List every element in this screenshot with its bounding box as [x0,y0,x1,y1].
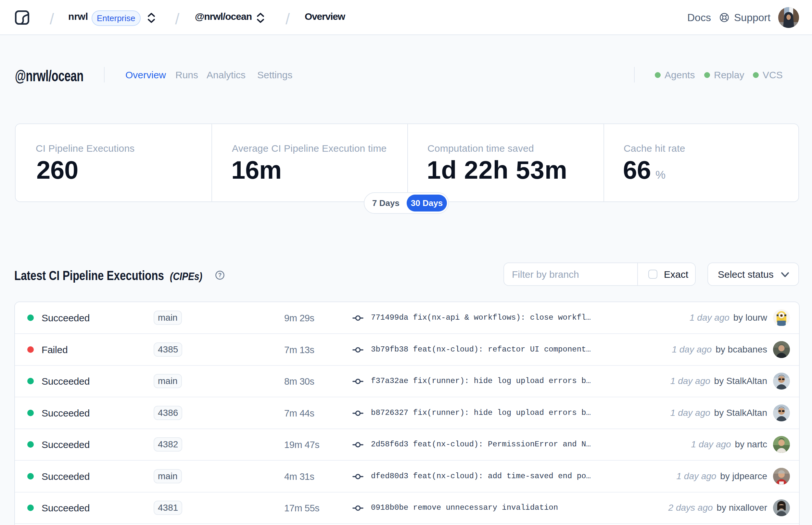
svg-text:?: ? [218,272,222,279]
